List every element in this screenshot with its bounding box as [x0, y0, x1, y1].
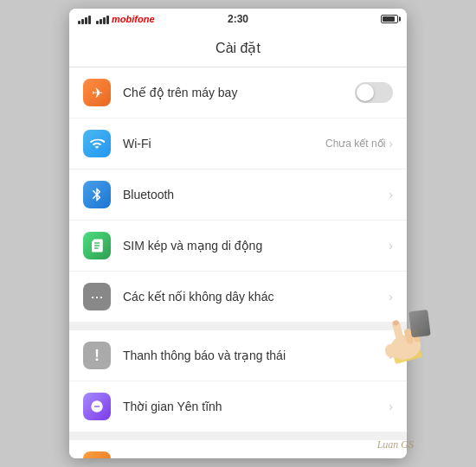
other-connections-item[interactable]: ··· Các kết nối không dây khác › [69, 272, 407, 322]
airplane-label: Chế độ trên máy bay [123, 86, 355, 99]
bluetooth-item[interactable]: Bluetooth › [69, 170, 407, 221]
airplane-icon: ✈ [83, 79, 111, 106]
status-right [381, 15, 398, 23]
wifi-chevron: › [389, 137, 393, 150]
bluetooth-icon [83, 181, 111, 208]
bluetooth-label: Bluetooth [123, 188, 389, 202]
connectivity-group: ✈ Chế độ trên máy bay Wi-Fi Chưa kết nối… [69, 67, 407, 322]
dnd-item[interactable]: Thời gian Yên tĩnh › [69, 381, 407, 432]
dnd-icon [83, 393, 111, 420]
carrier-name: mobifone [112, 14, 155, 24]
status-time: 2:30 [228, 13, 248, 25]
network-icon: ··· [83, 283, 111, 310]
wifi-status: Chưa kết nối [325, 138, 385, 150]
notification-label: Thanh thông báo và trạng thái [123, 349, 389, 362]
sim-icon [83, 232, 111, 259]
network-label: Các kết nối không dây khác [123, 290, 389, 304]
wifi-item[interactable]: Wi-Fi Chưa kết nối › [69, 118, 407, 170]
status-left: mobifone [78, 14, 155, 24]
sim-item[interactable]: SIM kép và mạng di động › [69, 221, 407, 272]
airplane-toggle[interactable] [355, 82, 393, 103]
bluetooth-chevron: › [389, 188, 393, 202]
display-item[interactable]: Màn hình và độ sáng › [69, 440, 407, 458]
notifications-group: ! Thanh thông báo và trạng thái › Thời g… [69, 330, 407, 432]
dnd-chevron: › [389, 400, 393, 413]
status-bar: mobifone 2:30 [69, 9, 407, 29]
display-group: Màn hình và độ sáng › Tạp chí về hình nề… [69, 440, 407, 458]
wifi-label: Wi-Fi [123, 137, 325, 150]
network-chevron: › [389, 290, 393, 304]
page-header: Cài đặt [69, 29, 407, 67]
wifi-icon [83, 130, 111, 157]
page-title: Cài đặt [215, 41, 261, 55]
sim-chevron: › [389, 239, 393, 253]
signal-bars-2 [96, 14, 109, 24]
notification-icon: ! [83, 342, 111, 369]
sim-label: SIM kép và mạng di động [123, 239, 389, 253]
battery-icon [381, 15, 398, 23]
airplane-mode-item[interactable]: ✈ Chế độ trên máy bay [69, 67, 407, 118]
display-icon [83, 451, 111, 458]
settings-content[interactable]: ✈ Chế độ trên máy bay Wi-Fi Chưa kết nối… [69, 67, 407, 458]
dnd-label: Thời gian Yên tĩnh [123, 400, 389, 413]
notification-item[interactable]: ! Thanh thông báo và trạng thái › [69, 330, 407, 381]
signal-bars [78, 14, 91, 24]
phone-frame: mobifone 2:30 Cài đặt ✈ Chế [69, 9, 407, 458]
